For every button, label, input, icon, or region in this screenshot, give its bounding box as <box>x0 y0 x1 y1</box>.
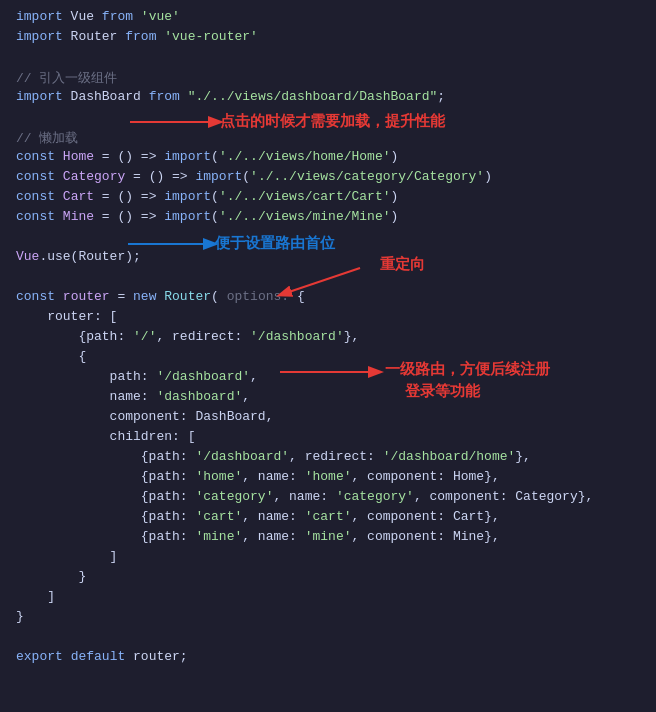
line-content: // 懒加载 <box>12 129 656 147</box>
code-line <box>0 48 656 68</box>
line-content: } <box>12 609 656 624</box>
line-content: const Home = () => import('./../views/ho… <box>12 149 656 164</box>
code-line <box>0 268 656 288</box>
line-content: name: 'dashboard', <box>12 389 656 404</box>
dashboard-annotation1: 一级路由，方便后续注册 <box>385 360 550 379</box>
code-line: name: 'dashboard', <box>0 388 656 408</box>
line-content: import Router from 'vue-router' <box>12 29 656 44</box>
line-content: } <box>12 569 656 584</box>
code-line: // 引入一级组件 <box>0 68 656 88</box>
code-line: ] <box>0 548 656 568</box>
code-line: const Category = () => import('./../view… <box>0 168 656 188</box>
line-content: {path: 'category', name: 'category', com… <box>12 489 656 504</box>
line-content: {path: 'mine', name: 'mine', component: … <box>12 529 656 544</box>
code-line: component: DashBoard, <box>0 408 656 428</box>
line-content: // 引入一级组件 <box>12 69 656 87</box>
code-line: import Vue from 'vue' <box>0 8 656 28</box>
line-content: {path: '/dashboard', redirect: '/dashboa… <box>12 449 656 464</box>
line-content: const Category = () => import('./../view… <box>12 169 656 184</box>
code-line: children: [ <box>0 428 656 448</box>
code-line: import DashBoard from "./../views/dashbo… <box>0 88 656 108</box>
code-line: {path: 'cart', name: 'cart', component: … <box>0 508 656 528</box>
code-line: path: '/dashboard', <box>0 368 656 388</box>
line-content: { <box>12 349 656 364</box>
code-line: } <box>0 568 656 588</box>
code-line: {path: 'category', name: 'category', com… <box>0 488 656 508</box>
line-content <box>12 269 656 284</box>
code-line <box>0 628 656 648</box>
code-line: {path: '/dashboard', redirect: '/dashboa… <box>0 448 656 468</box>
use-annotation: 便于设置路由首位 <box>215 234 335 253</box>
line-content: {path: 'home', name: 'home', component: … <box>12 469 656 484</box>
code-line: // 懒加载 <box>0 128 656 148</box>
line-content: const Cart = () => import('./../views/ca… <box>12 189 656 204</box>
code-line: {path: 'home', name: 'home', component: … <box>0 468 656 488</box>
code-line: export default router; <box>0 648 656 668</box>
line-content <box>12 629 656 644</box>
line-content: const router = new Router( options: { <box>12 289 656 304</box>
code-line: router: [ <box>0 308 656 328</box>
line-content: children: [ <box>12 429 656 444</box>
code-editor: import Vue from 'vue'import Router from … <box>0 0 656 712</box>
line-content: {path: 'cart', name: 'cart', component: … <box>12 509 656 524</box>
code-line: const Home = () => import('./../views/ho… <box>0 148 656 168</box>
line-content <box>12 49 656 64</box>
code-line: {path: 'mine', name: 'mine', component: … <box>0 528 656 548</box>
code-line: const router = new Router( options: { <box>0 288 656 308</box>
code-line: ] <box>0 588 656 608</box>
line-content: path: '/dashboard', <box>12 369 656 384</box>
code-line: const Cart = () => import('./../views/ca… <box>0 188 656 208</box>
line-content: router: [ <box>12 309 656 324</box>
line-content: export default router; <box>12 649 656 664</box>
line-content: component: DashBoard, <box>12 409 656 424</box>
line-content: ] <box>12 549 656 564</box>
code-line: import Router from 'vue-router' <box>0 28 656 48</box>
dashboard-annotation2: 登录等功能 <box>405 382 480 401</box>
line-content: import DashBoard from "./../views/dashbo… <box>12 89 656 104</box>
line-content: const Mine = () => import('./../views/mi… <box>12 209 656 224</box>
lazy-annotation: 点击的时候才需要加载，提升性能 <box>220 112 445 131</box>
line-content: ] <box>12 589 656 604</box>
code-line: const Mine = () => import('./../views/mi… <box>0 208 656 228</box>
code-line: {path: '/', redirect: '/dashboard'}, <box>0 328 656 348</box>
line-content: import Vue from 'vue' <box>12 9 656 24</box>
code-line: { <box>0 348 656 368</box>
code-line: } <box>0 608 656 628</box>
redirect-annotation: 重定向 <box>380 255 425 274</box>
line-content: {path: '/', redirect: '/dashboard'}, <box>12 329 656 344</box>
